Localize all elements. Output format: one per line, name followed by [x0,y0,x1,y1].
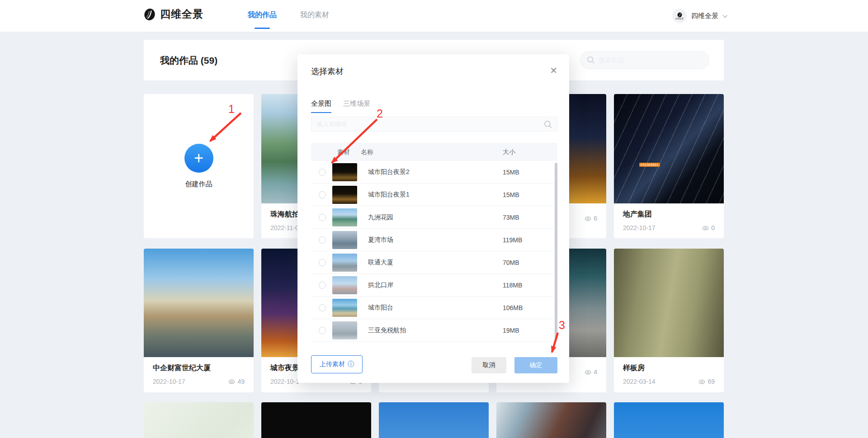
eye-icon [702,225,709,231]
material-name: 联通大厦 [368,259,393,267]
tab-panorama[interactable]: 全景图 [311,99,331,113]
work-card[interactable]: 053385864 地产集团 2022-10-17 0 [614,94,724,238]
plus-icon[interactable]: + [184,144,213,173]
radio-button[interactable] [319,191,326,198]
material-name: 三亚免税航拍 [368,326,406,334]
work-thumbnail [614,402,724,438]
work-thumbnail [144,402,254,438]
eye-icon [698,378,705,385]
radio-button[interactable] [319,169,326,176]
nav-my-works[interactable]: 我的作品 [248,0,277,32]
radio-button[interactable] [319,236,326,244]
work-date: 2022-10-17 [153,378,185,385]
work-thumbnail [144,249,254,357]
app-header: 四维全景 我的作品 我的素材 四维全景 四维全景 [0,0,868,32]
work-card[interactable] [614,402,724,438]
work-views: 69 [698,378,715,385]
eye-icon [228,378,235,385]
confirm-button[interactable]: 确定 [514,357,557,373]
upload-material-button[interactable]: 上传素材 ⓘ [311,355,363,373]
material-size: 19MB [503,327,519,334]
radio-button[interactable] [319,259,326,266]
work-views: 6 [585,215,597,222]
material-search[interactable] [311,117,557,132]
work-title: 中企财富世纪大厦 [153,363,245,373]
brand-name: 四维全景 [160,7,203,21]
material-tabs: 全景图 三维场景 [311,99,370,113]
material-thumbnail [332,231,357,249]
work-card[interactable]: 样板房 2022-03-14 69 [614,249,724,392]
material-row[interactable]: 城市阳台夜景115MB [311,184,557,206]
user-name: 四维全景 [691,12,718,20]
avatar-text: 四维全景 [675,18,684,20]
material-thumbnail [332,208,357,226]
work-card[interactable] [496,402,606,438]
search-icon [587,56,595,64]
material-thumbnail [332,163,357,181]
column-name: 名称 [361,143,373,161]
column-size: 大小 [503,143,515,161]
cancel-button[interactable]: 取消 [472,357,506,373]
material-search-input[interactable] [311,117,557,131]
material-size: 118MB [503,282,522,289]
scrollbar[interactable] [555,163,557,339]
eye-icon [585,369,591,376]
works-search[interactable] [580,51,709,69]
material-name: 城市阳台夜景1 [368,191,410,199]
material-row[interactable]: 拱北口岸118MB [311,274,557,297]
material-row[interactable]: 夏湾市场119MB [311,229,557,251]
main-nav: 我的作品 我的素材 [248,0,329,32]
material-name: 拱北口岸 [368,281,393,289]
work-date: 2022-10-17 [623,224,656,231]
page-title: 我的作品 (59) [160,54,217,67]
radio-button[interactable] [319,327,326,334]
material-row[interactable]: 联通大厦70MB [311,251,557,274]
material-size: 119MB [503,236,522,244]
material-row[interactable]: 城市阳台106MB [311,297,557,319]
avatar-logo-icon [677,12,682,18]
material-table-body: 城市阳台夜景215MB城市阳台夜景115MB九洲花园73MB夏湾市场119MB联… [311,161,557,342]
material-size: 73MB [503,214,519,221]
work-thumbnail [614,249,724,357]
work-views: 0 [702,224,715,231]
work-date: 2022-10-1 [270,378,299,385]
work-views: 4 [585,368,597,376]
nav-my-materials[interactable]: 我的素材 [300,0,329,32]
radio-button[interactable] [319,304,326,311]
material-thumbnail [332,254,357,272]
work-thumbnail [614,94,724,203]
material-row[interactable]: 九洲花园73MB [311,206,557,229]
material-name: 九洲花园 [368,213,393,221]
work-card[interactable] [261,402,371,438]
material-row[interactable]: 城市阳台夜景215MB [311,161,557,184]
brand-logo[interactable]: 四维全景 [144,7,203,21]
search-icon [544,120,552,129]
info-icon: ⓘ [348,360,354,368]
create-work-card[interactable]: + 创建作品 [144,94,254,238]
material-table-header: 素材 名称 大小 [311,143,557,161]
work-date: 2022-03-14 [623,378,656,385]
material-size: 70MB [503,259,519,266]
work-date: 2022-11-0 [270,224,299,231]
brand-logo-icon [144,8,156,21]
tab-3d-scene[interactable]: 三维场景 [343,99,370,113]
image-label: 053385864 [639,163,660,167]
select-material-modal: 选择素材 ✕ 全景图 三维场景 素材 名称 大小 城市阳台夜景215MB城市阳台… [297,54,569,383]
works-search-input[interactable] [599,57,698,64]
radio-button[interactable] [319,282,326,289]
work-thumbnail [496,402,606,438]
user-menu[interactable]: 四维全景 四维全景 [672,0,726,32]
close-icon[interactable]: ✕ [550,66,557,75]
material-size: 15MB [503,169,519,176]
work-title: 地产集团 [623,210,715,219]
work-card[interactable] [379,402,489,438]
work-title: 样板房 [623,363,715,373]
modal-title: 选择素材 [311,66,344,77]
work-card[interactable] [144,402,254,438]
material-row[interactable]: 三亚免税航拍19MB [311,319,557,342]
work-card[interactable]: 中企财富世纪大厦 2022-10-17 49 [144,249,254,392]
avatar: 四维全景 [672,9,687,23]
eye-icon [585,215,591,222]
radio-button[interactable] [319,214,326,221]
material-name: 夏湾市场 [368,236,393,244]
